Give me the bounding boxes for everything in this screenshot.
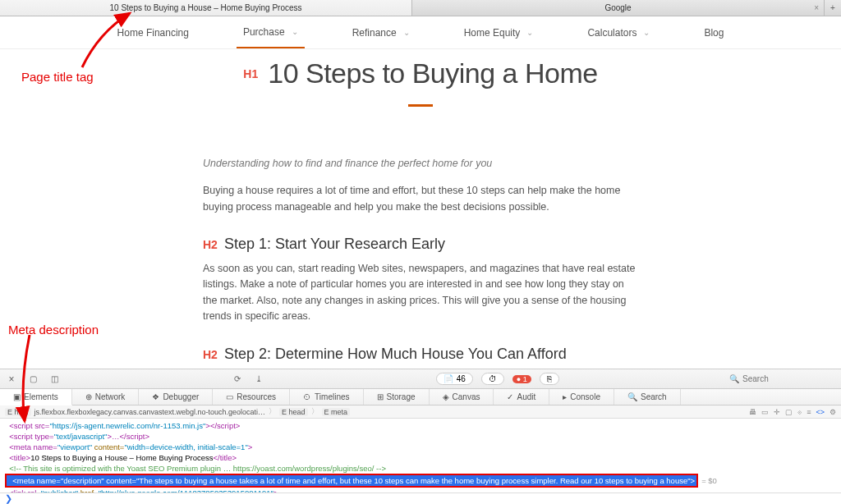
nav-home-equity[interactable]: Home Equity⌄ (457, 16, 540, 48)
resource-count[interactable]: 📄 46 (436, 373, 473, 385)
search-input[interactable] (742, 374, 816, 383)
breadcrumb: E html js.flexbox.flexboxlegacy.canvas.c… (0, 405, 841, 419)
nav-blog[interactable]: Blog (697, 16, 730, 48)
devtools-toolbar: × ▢ ◫ ⟳ ⤓ 📄 46 ⏱ ● 1 ⎘ 🔍 (0, 369, 841, 389)
tab-canvas[interactable]: ◈ Canvas (430, 389, 494, 405)
site-nav: Home Financing Purchase⌄ Refinance⌄ Home… (0, 16, 841, 49)
timeline-pill[interactable]: ⏱ (481, 373, 504, 385)
tab-search[interactable]: 🔍 Search (614, 389, 681, 405)
reload-icon[interactable]: ⟳ (231, 373, 244, 386)
tab-audit[interactable]: ✓ Audit (494, 389, 549, 405)
error-badge[interactable]: ● 1 (512, 375, 531, 383)
crumb-head[interactable]: E head (279, 408, 308, 416)
page-content: H1 10 Steps to Buying a Home Understandi… (0, 49, 841, 365)
page-title: 10 Steps to Buying a Home (268, 57, 597, 89)
devtools-panel: × ▢ ◫ ⟳ ⤓ 📄 46 ⏱ ● 1 ⎘ 🔍 ▣ Elements ⊕ Ne… (0, 369, 841, 504)
divider (408, 104, 433, 107)
chevron-down-icon: ⌄ (403, 28, 410, 37)
settings-icon[interactable]: ⚙ (830, 408, 836, 416)
nav-home-financing[interactable]: Home Financing (111, 16, 195, 48)
chevron-down-icon: ⌄ (526, 28, 533, 37)
tab-resources[interactable]: ▭ Resources (213, 389, 290, 405)
crumb-actions: 🖶 ▭ ✛ ▢ ⟐ ≡ <> ⚙ (749, 408, 836, 416)
log-pill[interactable]: ⎘ (540, 373, 559, 385)
box-icon[interactable]: ▢ (785, 408, 793, 416)
close-icon[interactable]: × (814, 3, 819, 12)
source-panel[interactable]: <script src="https://js-agent.newrelic.c… (0, 419, 841, 493)
devtools-search[interactable]: 🔍 (729, 374, 836, 383)
tab-storage[interactable]: ⊞ Storage (364, 389, 430, 405)
browser-tab-bar: 10 Steps to Buying a House – Home Buying… (0, 0, 841, 16)
tab-title: Google (604, 3, 631, 12)
nav-refinance[interactable]: Refinance⌄ (346, 16, 416, 48)
nav-purchase[interactable]: Purchase⌄ (237, 16, 305, 48)
crumb-classes: js.flexbox.flexboxlegacy.canvas.canvaste… (34, 408, 266, 416)
step1-heading: Step 1: Start Your Research Early (224, 233, 445, 256)
device-icon[interactable]: ▭ (761, 408, 769, 416)
intro-paragraph: Buying a house requires a lot of time an… (203, 183, 638, 215)
tab-debugger[interactable]: ❖ Debugger (139, 389, 213, 405)
highlighted-meta-description: <meta name="description" content="The st… (5, 474, 698, 488)
download-icon[interactable]: ⤓ (252, 373, 265, 386)
console-prompt[interactable]: ❯ (0, 493, 841, 504)
print-icon[interactable]: 🖶 (749, 408, 756, 416)
tab-timelines[interactable]: ⏲ Timelines (290, 389, 363, 405)
chevron-down-icon: ⌄ (643, 28, 650, 37)
browser-tab-active[interactable]: 10 Steps to Buying a House – Home Buying… (0, 0, 412, 16)
layers-icon[interactable]: ≡ (807, 408, 811, 416)
tab-elements[interactable]: ▣ Elements (0, 389, 72, 405)
crosshair-icon[interactable]: ✛ (774, 408, 780, 416)
crumb-meta[interactable]: E meta (322, 408, 351, 416)
tagline: Understanding how to find and finance th… (203, 156, 638, 172)
tab-console[interactable]: ▸ Console (549, 389, 614, 405)
h2-annotation: H2 (203, 236, 218, 254)
devtools-tabs: ▣ Elements ⊕ Network ❖ Debugger ▭ Resour… (0, 389, 841, 405)
close-icon[interactable]: × (5, 373, 18, 386)
step1-paragraph: As soon as you can, start reading Web si… (203, 261, 638, 325)
h1-annotation: H1 (243, 67, 258, 80)
chevron-down-icon: ⌄ (292, 27, 298, 36)
tab-title: 10 Steps to Buying a House – Home Buying… (109, 3, 301, 12)
new-tab-button[interactable]: + (825, 0, 841, 16)
step2-heading: Step 2: Determine How Much House You Can… (224, 343, 567, 366)
sidebar-icon[interactable]: ◫ (48, 373, 61, 386)
code-icon[interactable]: <> (816, 408, 825, 416)
nav-calculators[interactable]: Calculators⌄ (581, 16, 656, 48)
tab-network[interactable]: ⊕ Network (72, 389, 140, 405)
paint-icon[interactable]: ⟐ (797, 408, 802, 416)
dock-icon[interactable]: ▢ (26, 373, 39, 386)
crumb-html[interactable]: E html (5, 408, 31, 416)
browser-tab-other[interactable]: Google × (412, 0, 825, 16)
h2-annotation: H2 (203, 346, 218, 364)
